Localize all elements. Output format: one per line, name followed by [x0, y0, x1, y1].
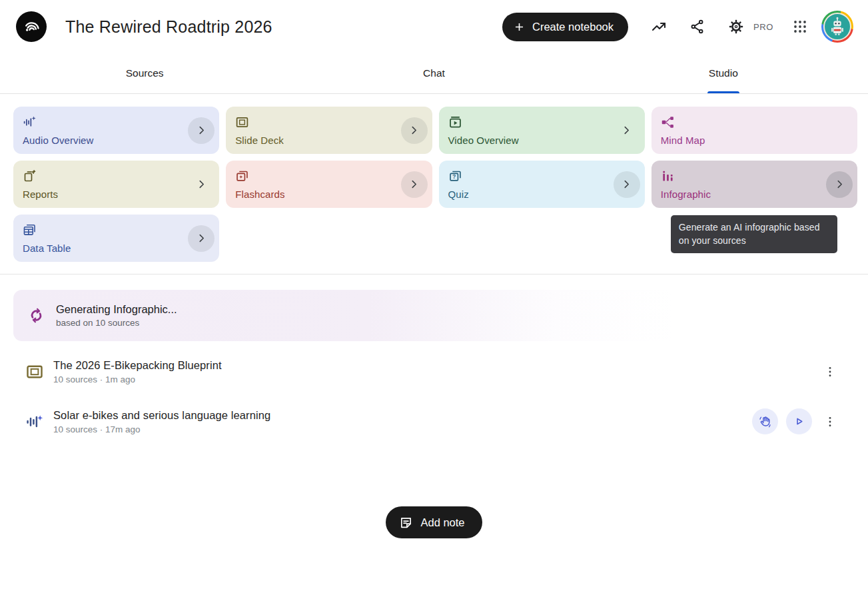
avatar[interactable] — [821, 11, 853, 43]
create-notebook-button[interactable]: Create notebook — [502, 13, 628, 41]
studio-tool-flashcards[interactable]: Flashcards — [226, 161, 432, 208]
data-table-icon — [23, 223, 37, 237]
more-menu-icon[interactable] — [820, 358, 840, 384]
studio-tool-reports[interactable]: Reports — [13, 161, 219, 208]
studio-tool-quiz[interactable]: ? Quiz — [439, 161, 645, 208]
share-icon[interactable] — [689, 19, 705, 35]
quiz-icon: ? — [448, 169, 462, 183]
mind-map-icon — [661, 115, 675, 129]
tool-label: Reports — [23, 189, 210, 200]
settings-gear-icon[interactable] — [728, 19, 744, 35]
generating-title: Generating Infographic... — [56, 303, 177, 316]
generating-subtitle: based on 10 sources — [56, 318, 177, 328]
apps-grid-icon[interactable] — [792, 19, 808, 35]
sync-spinner-icon — [28, 307, 45, 324]
header-actions: Create notebook — [502, 11, 853, 43]
studio-tool-grid: Audio Overview Slide Deck Video Overview — [13, 107, 857, 262]
studio-tool-audio-overview[interactable]: Audio Overview — [13, 107, 219, 154]
tool-label: Mind Map — [661, 135, 848, 146]
pro-badge: PRO — [753, 22, 773, 32]
tool-label: Video Overview — [448, 135, 636, 146]
avatar-robot-image — [823, 13, 851, 41]
chevron-right-icon[interactable] — [826, 171, 853, 198]
create-notebook-label: Create notebook — [532, 21, 614, 33]
chevron-right-icon[interactable] — [401, 117, 428, 144]
add-note-button[interactable]: Add note — [386, 506, 482, 538]
tab-studio[interactable]: Studio — [579, 53, 868, 93]
trending-up-icon[interactable] — [651, 19, 667, 35]
tool-label: Infographic — [661, 189, 848, 200]
interactive-mode-button[interactable] — [752, 408, 778, 434]
slide-deck-icon — [235, 115, 249, 129]
add-note-label: Add note — [420, 516, 464, 529]
artifact-title[interactable]: The 2026 E-Bikepacking Blueprint — [53, 359, 222, 372]
tool-label: Slide Deck — [235, 135, 422, 146]
chevron-right-icon[interactable] — [614, 171, 640, 198]
studio-tool-slide-deck[interactable]: Slide Deck — [226, 107, 432, 154]
studio-tool-mind-map[interactable]: Mind Map — [651, 107, 857, 154]
tab-bar: Sources Chat Studio — [0, 53, 868, 94]
flashcards-icon — [235, 169, 249, 183]
plus-icon — [513, 21, 526, 33]
studio-tool-data-table[interactable]: Data Table — [13, 215, 219, 262]
infographic-tooltip: Generate an AI infographic based on your… — [671, 215, 837, 253]
chevron-right-icon[interactable] — [614, 117, 640, 144]
chevron-right-icon[interactable] — [401, 171, 428, 198]
tool-label: Audio Overview — [23, 135, 210, 146]
infographic-bars-icon — [661, 169, 675, 183]
audio-waveform-sparkle-icon — [23, 115, 37, 129]
artifact-title[interactable]: Solar e-bikes and serious language learn… — [53, 409, 270, 422]
svg-text:?: ? — [452, 173, 456, 180]
tab-chat-label: Chat — [422, 53, 446, 93]
artifact-row-slide-deck[interactable]: The 2026 E-Bikepacking Blueprint 10 sour… — [13, 358, 855, 384]
tool-label: Data Table — [23, 243, 210, 254]
app-header: The Rewired Roadtrip 2026 Create noteboo… — [0, 0, 868, 53]
generating-status-row: Generating Infographic... based on 10 so… — [13, 290, 858, 341]
artifact-meta: 10 sources · 17m ago — [53, 424, 270, 434]
chevron-right-icon[interactable] — [188, 225, 215, 252]
tab-sources-label: Sources — [125, 53, 165, 93]
video-overview-icon — [448, 115, 462, 129]
artifact-meta: 10 sources · 1m ago — [53, 374, 222, 384]
play-button[interactable] — [786, 408, 812, 434]
tool-label: Flashcards — [235, 189, 422, 200]
studio-tool-infographic[interactable]: Infographic Generate an AI infographic b… — [651, 161, 857, 208]
audio-waveform-sparkle-icon — [25, 412, 44, 431]
tab-sources[interactable]: Sources — [0, 53, 289, 93]
slide-deck-icon — [25, 362, 44, 381]
tab-studio-label: Studio — [707, 53, 739, 93]
notebook-title[interactable]: The Rewired Roadtrip 2026 — [65, 17, 272, 37]
tool-label: Quiz — [448, 189, 636, 200]
artifact-row-audio-overview[interactable]: Solar e-bikes and serious language learn… — [13, 408, 855, 434]
reports-icon — [23, 169, 37, 183]
tab-chat[interactable]: Chat — [289, 53, 578, 93]
section-divider — [0, 274, 868, 275]
studio-tool-video-overview[interactable]: Video Overview — [439, 107, 645, 154]
notebooklm-logo[interactable] — [16, 11, 47, 42]
note-icon — [399, 516, 413, 530]
chevron-right-icon[interactable] — [188, 171, 215, 198]
chevron-right-icon[interactable] — [188, 117, 215, 144]
footer: Add note — [0, 506, 868, 538]
more-menu-icon[interactable] — [820, 408, 840, 434]
